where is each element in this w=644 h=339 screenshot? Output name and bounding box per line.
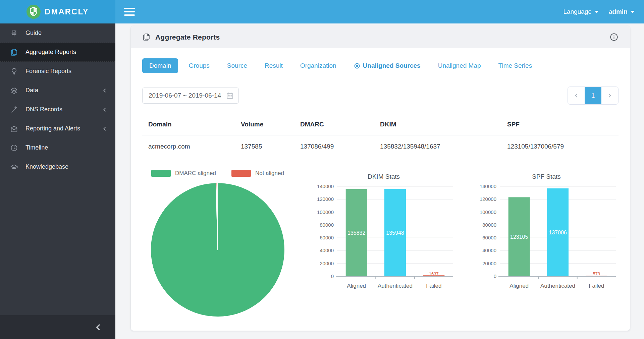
sidebar-item-label: Timeline <box>25 144 48 151</box>
charts-row: DMARC aligned Not aligned DKIM Stats 020… <box>142 169 619 319</box>
svg-text:1637: 1637 <box>429 271 439 276</box>
tab-groups[interactable]: Groups <box>181 58 216 73</box>
caret-down-icon <box>595 11 599 13</box>
col-spf: SPF <box>501 121 619 128</box>
table-row[interactable]: acmecorp.com 137585 137086/499 135832/13… <box>142 135 619 158</box>
dmarcly-shield-icon <box>26 5 41 19</box>
table-header-row: Domain Volume DMARC DKIM SPF <box>142 114 619 135</box>
aggregate-reports-card: Aggregate Reports Domain Groups Source R… <box>131 26 630 331</box>
dmarc-aligned-pie-chart <box>150 182 286 318</box>
sidebar-item-label: Guide <box>25 30 42 37</box>
sidebar-item-label: Reporting and Alerts <box>25 125 80 132</box>
sidebar-item-label: Knowledgebase <box>25 163 68 170</box>
pagination-page-1[interactable]: 1 <box>585 87 601 104</box>
lightbulb-icon <box>10 67 18 75</box>
svg-text:123105: 123105 <box>510 234 528 240</box>
calendar-icon <box>226 92 234 100</box>
page-title: Aggregate Reports <box>155 33 220 41</box>
chevron-left-icon <box>574 93 579 98</box>
pie-legend: DMARC aligned Not aligned <box>142 169 293 178</box>
report-tabs: Domain Groups Source Result Organization… <box>142 58 619 73</box>
svg-text:20000: 20000 <box>482 261 496 266</box>
svg-text:40000: 40000 <box>482 247 496 253</box>
user-dropdown[interactable]: admin <box>609 8 635 15</box>
sidebar-item-guide[interactable]: Guide <box>0 23 115 43</box>
spf-stats-bar-chart: 0200004000060000800001000001200001400001… <box>474 183 619 294</box>
svg-text:135948: 135948 <box>386 230 404 236</box>
svg-text:579: 579 <box>593 271 600 276</box>
dmarc-pie-panel: DMARC aligned Not aligned <box>142 169 293 319</box>
svg-text:Failed: Failed <box>426 283 441 289</box>
hamburger-menu-icon[interactable] <box>124 8 135 16</box>
sidebar-item-timeline[interactable]: Timeline <box>0 138 115 157</box>
sidebar-item-knowledgebase[interactable]: Knowledgebase <box>0 157 115 176</box>
legend-dmarc-aligned[interactable]: DMARC aligned <box>151 170 216 177</box>
col-dkim: DKIM <box>374 121 501 128</box>
date-range-value: 2019-06-07 ~ 2019-06-14 <box>149 92 226 99</box>
language-label: Language <box>564 8 592 15</box>
collapse-left-icon <box>94 323 103 332</box>
pagination-next-button[interactable] <box>601 87 618 104</box>
card-header: Aggregate Reports <box>131 26 630 48</box>
dkim-stats-panel: DKIM Stats 02000040000600008000010000012… <box>312 169 456 319</box>
tab-unaligned-map[interactable]: Unaligned Map <box>431 58 488 73</box>
cell-dmarc: 137086/499 <box>294 143 374 150</box>
svg-text:Authenticated: Authenticated <box>540 283 575 289</box>
svg-text:20000: 20000 <box>320 261 334 266</box>
chevron-left-icon <box>102 126 107 131</box>
tab-unaligned-sources[interactable]: Unaligned Sources <box>347 58 428 73</box>
svg-text:135832: 135832 <box>347 230 365 236</box>
caret-down-icon <box>631 11 635 13</box>
svg-text:100000: 100000 <box>480 209 496 215</box>
svg-text:0: 0 <box>494 273 496 279</box>
documents-icon <box>10 48 18 56</box>
sidebar: Guide Aggregate Reports Forensic Reports… <box>0 23 115 339</box>
svg-text:60000: 60000 <box>320 235 334 240</box>
tab-organization[interactable]: Organization <box>293 58 343 73</box>
main-content: Aggregate Reports Domain Groups Source R… <box>115 23 644 339</box>
tab-time-series[interactable]: Time Series <box>491 58 539 73</box>
language-dropdown[interactable]: Language <box>564 8 599 15</box>
brand-logo[interactable]: DMARCLY <box>0 0 115 23</box>
svg-text:137006: 137006 <box>549 230 567 235</box>
sidebar-item-data[interactable]: Data <box>0 81 115 100</box>
sidebar-item-label: Data <box>25 87 38 94</box>
documents-icon <box>142 33 151 41</box>
top-bar-main: Language admin <box>115 0 644 23</box>
signpost-icon <box>10 29 18 37</box>
target-icon <box>354 63 360 69</box>
cell-dkim: 135832/135948/1637 <box>374 143 501 150</box>
dkim-stats-bar-chart: 0200004000060000800001000001200001400001… <box>312 183 456 294</box>
sidebar-item-label: Forensic Reports <box>25 68 71 75</box>
svg-text:120000: 120000 <box>317 196 334 202</box>
svg-text:80000: 80000 <box>320 222 334 228</box>
chevron-left-icon <box>102 88 107 93</box>
chevron-left-icon <box>102 107 107 112</box>
date-range-input[interactable]: 2019-06-07 ~ 2019-06-14 <box>142 88 239 104</box>
col-dmarc: DMARC <box>294 121 374 128</box>
filter-row: 2019-06-07 ~ 2019-06-14 1 <box>142 87 619 105</box>
tab-source[interactable]: Source <box>220 58 254 73</box>
brand-name: DMARCLY <box>45 7 89 16</box>
svg-text:100000: 100000 <box>317 209 334 215</box>
svg-text:Authenticated: Authenticated <box>378 283 413 289</box>
info-icon[interactable] <box>609 33 619 42</box>
svg-text:Aligned: Aligned <box>509 283 529 289</box>
sidebar-item-forensic-reports[interactable]: Forensic Reports <box>0 62 115 81</box>
mail-open-icon <box>10 125 18 133</box>
user-label: admin <box>609 8 628 15</box>
col-domain: Domain <box>142 121 235 128</box>
sidebar-item-reporting-and-alerts[interactable]: Reporting and Alerts <box>0 119 115 138</box>
top-bar: DMARCLY Language admin <box>0 0 644 23</box>
sidebar-collapse-button[interactable] <box>0 315 115 339</box>
svg-text:120000: 120000 <box>480 196 496 202</box>
tab-result[interactable]: Result <box>258 58 290 73</box>
chart-title: SPF Stats <box>474 173 619 181</box>
pagination-prev-button[interactable] <box>568 87 585 104</box>
spf-stats-panel: SPF Stats 020000400006000080000100000120… <box>474 169 619 319</box>
sidebar-item-dns-records[interactable]: DNS Records <box>0 100 115 119</box>
tab-domain[interactable]: Domain <box>142 58 178 73</box>
svg-text:40000: 40000 <box>320 247 334 253</box>
legend-not-aligned[interactable]: Not aligned <box>231 170 284 177</box>
sidebar-item-aggregate-reports[interactable]: Aggregate Reports <box>0 43 115 62</box>
